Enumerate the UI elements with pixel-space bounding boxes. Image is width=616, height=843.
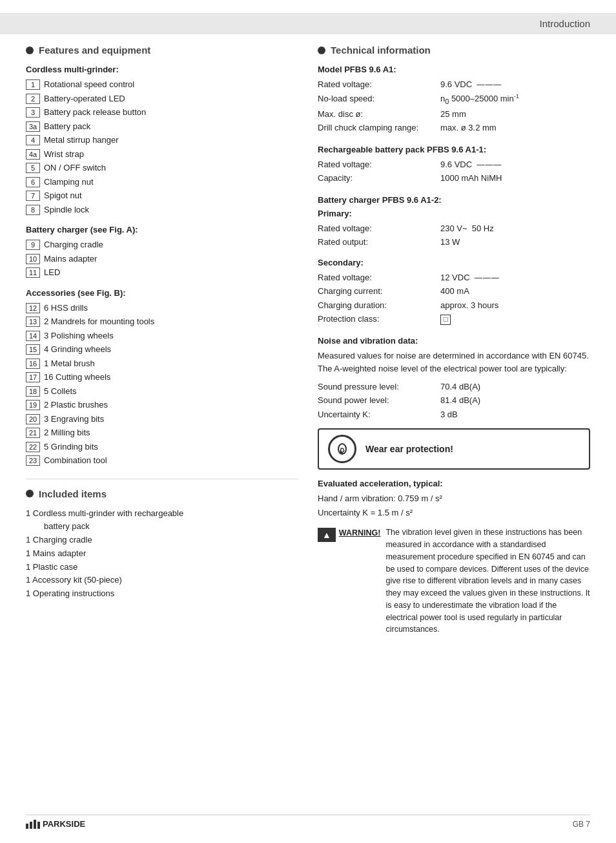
tech-row: Rated voltage: 12 VDC ――― bbox=[318, 271, 590, 284]
ear-protection-text: Wear ear protection! bbox=[365, 444, 453, 454]
list-item: 4Metal stirrup hanger bbox=[26, 134, 298, 147]
list-item: 1 Mains adapter bbox=[26, 547, 298, 561]
list-item: 11LED bbox=[26, 266, 298, 279]
list-item: 1 Plastic case bbox=[26, 561, 298, 574]
logo-bars-icon bbox=[26, 820, 40, 829]
features-title: Features and equipment bbox=[39, 45, 150, 56]
right-column: Technical information Model PFBS 9.6 A1:… bbox=[318, 45, 590, 636]
vibration-title: Evaluated acceleration, typical: bbox=[318, 479, 590, 488]
cordless-subsection-title: Cordless multi-grinder: bbox=[26, 65, 298, 74]
tech-row: Sound power level: 81.4 dB(A) bbox=[318, 394, 590, 407]
cordless-list: 1Rotational speed control 2Battery-opera… bbox=[26, 78, 298, 216]
ear-protection-icon bbox=[328, 435, 356, 463]
accessories-subsection-title: Accessories (see Fig. B): bbox=[26, 288, 298, 298]
protection-class-symbol: □ bbox=[440, 315, 451, 325]
included-list: 1 Cordless multi-grinder with rechargeab… bbox=[26, 507, 298, 601]
charger-list: 9Charging cradle 10Mains adapter 11LED bbox=[26, 238, 298, 279]
tech-bullet bbox=[318, 47, 325, 54]
tech-row: Charging duration: approx. 3 hours bbox=[318, 299, 590, 312]
list-item: 161 Metal brush bbox=[26, 357, 298, 370]
list-item: 6Clamping nut bbox=[26, 176, 298, 189]
page-number: GB 7 bbox=[573, 820, 590, 829]
page-title: Introduction bbox=[540, 18, 590, 29]
charger-subsection-title: Battery charger (see Fig. A): bbox=[26, 225, 298, 234]
warning-label: WARNING! bbox=[339, 527, 381, 539]
vibration-hand-arm: Hand / arm vibration: 0.759 m / s² bbox=[318, 492, 590, 505]
list-item: 143 Polishing wheels bbox=[26, 329, 298, 342]
ear-protection-box: Wear ear protection! bbox=[318, 428, 590, 470]
list-item: 4aWrist strap bbox=[26, 148, 298, 161]
list-item: 1Rotational speed control bbox=[26, 78, 298, 91]
tech-row: Rated voltage: 230 V~ 50 Hz bbox=[318, 222, 590, 235]
charger-title: Battery charger PFBS 9.6 A1-2: bbox=[318, 195, 590, 205]
list-item: 225 Grinding bits bbox=[26, 441, 298, 453]
tech-row: Uncertainty K: 3 dB bbox=[318, 408, 590, 421]
list-item: 2Battery-operated LED bbox=[26, 92, 298, 105]
warning-text: The vibration level given in these instr… bbox=[385, 526, 590, 636]
features-section-header: Features and equipment bbox=[26, 45, 298, 56]
vibration-uncertainty: Uncertainty K = 1.5 m / s² bbox=[318, 506, 590, 519]
list-item: 154 Grinding wheels bbox=[26, 343, 298, 356]
list-item: 132 Mandrels for mounting tools bbox=[26, 315, 298, 328]
tech-row: Capacity: 1000 mAh NiMH bbox=[318, 172, 590, 185]
model-title: Model PFBS 9.6 A1: bbox=[318, 65, 590, 74]
noise-title: Noise and vibration data: bbox=[318, 336, 590, 346]
divider bbox=[26, 479, 298, 479]
tech-row: Charging current: 400 mA bbox=[318, 285, 590, 298]
tech-row: Drill chuck clamping range: max. ø 3.2 m… bbox=[318, 121, 590, 134]
accessories-list: 126 HSS drills 132 Mandrels for mounting… bbox=[26, 302, 298, 467]
footer: PARKSIDE GB 7 bbox=[26, 815, 590, 829]
list-item: 10Mains adapter bbox=[26, 253, 298, 265]
list-item: 7Spigot nut bbox=[26, 189, 298, 202]
tech-title: Technical information bbox=[331, 45, 431, 56]
page: Introduction Features and equipment Cord… bbox=[0, 0, 616, 843]
list-item: 1 Accessory kit (50-piece) bbox=[26, 574, 298, 587]
tech-row: Max. disc ø: 25 mm bbox=[318, 108, 590, 121]
noise-description: Measured values for noise are determined… bbox=[318, 349, 590, 375]
tech-row: No-load speed: n0 5000–25000 min-1 bbox=[318, 92, 590, 107]
tech-row: Rated output: 13 W bbox=[318, 236, 590, 249]
list-item: 126 HSS drills bbox=[26, 302, 298, 315]
list-item: 1 Cordless multi-grinder with rechargeab… bbox=[26, 507, 298, 534]
list-item: 192 Plastic brushes bbox=[26, 399, 298, 411]
tech-row: Rated voltage: 9.6 VDC ――― bbox=[318, 78, 590, 91]
list-item: 1 Operating instructions bbox=[26, 587, 298, 601]
header-bar: Introduction bbox=[0, 13, 616, 34]
list-item: 5ON / OFF switch bbox=[26, 161, 298, 174]
included-bullet bbox=[26, 490, 34, 497]
list-item: 3aBattery pack bbox=[26, 120, 298, 133]
warning-block: ▲ WARNING! The vibration level given in … bbox=[318, 526, 590, 636]
tech-row: Sound pressure level: 70.4 dB(A) bbox=[318, 380, 590, 393]
battery-pack-title: Rechargeable battery pack PFBS 9.6 A1-1: bbox=[318, 145, 590, 154]
left-column: Features and equipment Cordless multi-gr… bbox=[26, 45, 298, 636]
list-item: 23Combination tool bbox=[26, 454, 298, 467]
tech-section-header: Technical information bbox=[318, 45, 590, 56]
warning-triangle-icon: ▲ bbox=[318, 528, 336, 542]
list-item: 185 Collets bbox=[26, 385, 298, 398]
list-item: 3Battery pack release button bbox=[26, 106, 298, 119]
list-item: 8Spindle lock bbox=[26, 203, 298, 216]
list-item: 1716 Cutting wheels bbox=[26, 371, 298, 384]
primary-label: Primary: bbox=[318, 209, 590, 218]
included-section-header: Included items bbox=[26, 488, 298, 499]
parkside-logo: PARKSIDE bbox=[26, 819, 85, 829]
included-title: Included items bbox=[39, 488, 107, 499]
features-bullet bbox=[26, 47, 34, 54]
tech-row: Protection class: □ bbox=[318, 313, 590, 326]
list-item: 9Charging cradle bbox=[26, 238, 298, 251]
brand-name: PARKSIDE bbox=[43, 819, 85, 829]
list-item: 1 Charging cradle bbox=[26, 534, 298, 547]
secondary-label: Secondary: bbox=[318, 258, 590, 267]
list-item: 212 Milling bits bbox=[26, 426, 298, 439]
tech-row: Rated voltage: 9.6 VDC ――― bbox=[318, 158, 590, 171]
main-content: Features and equipment Cordless multi-gr… bbox=[26, 45, 590, 636]
list-item: 203 Engraving bits bbox=[26, 413, 298, 426]
